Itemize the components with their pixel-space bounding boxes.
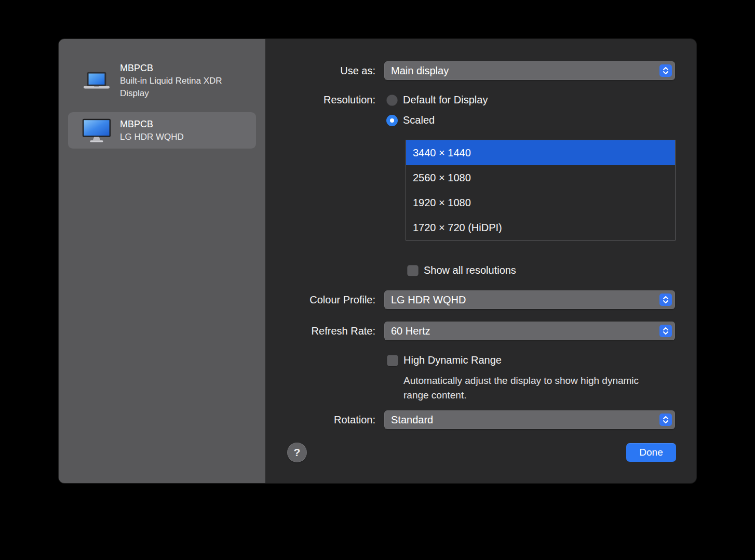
resolution-radio-group: Default for Display Scaled	[386, 94, 488, 126]
rotation-select[interactable]: Standard	[384, 410, 675, 429]
colour-profile-select[interactable]: LG HDR WQHD	[384, 290, 675, 309]
use-as-label: Use as:	[265, 65, 375, 77]
resolution-option-1920x1080[interactable]: 1920 × 1080	[406, 190, 675, 215]
sidebar-item-text: MBPCB LG HDR WQHD	[120, 118, 184, 143]
resolution-option-1720x720[interactable]: 1720 × 720 (HiDPI)	[406, 215, 675, 240]
resolution-label: Resolution:	[265, 94, 375, 105]
stepper-icon	[659, 325, 672, 337]
stepper-icon	[659, 294, 672, 306]
radio-off-icon	[386, 95, 398, 106]
display-settings-panel: Use as: Main display Resolution:	[265, 39, 696, 483]
hdr-description: Automatically adjust the display to show…	[403, 374, 663, 403]
done-button[interactable]: Done	[626, 443, 676, 462]
show-all-resolutions-checkbox[interactable]: Show all resolutions	[407, 264, 516, 276]
display-subtitle: LG HDR WQHD	[120, 131, 184, 143]
sidebar-item-builtin-display[interactable]: MBPCB Built-in Liquid Retina XDR Display	[68, 57, 256, 105]
checkbox-unchecked-icon	[387, 355, 398, 366]
resolution-option-2560x1080[interactable]: 2560 × 1080	[406, 165, 675, 190]
radio-scaled[interactable]: Scaled	[386, 114, 488, 126]
display-name: MBPCB	[120, 118, 184, 131]
laptop-icon	[80, 71, 113, 91]
help-button[interactable]: ?	[287, 443, 307, 462]
display-subtitle: Built-in Liquid Retina XDR Display	[120, 75, 232, 100]
use-as-select[interactable]: Main display	[384, 61, 675, 80]
colour-profile-value: LG HDR WQHD	[391, 294, 466, 306]
high-dynamic-range-checkbox[interactable]: High Dynamic Range	[387, 354, 502, 366]
refresh-rate-label: Refresh Rate:	[265, 325, 375, 337]
dialog-footer: ? Done	[265, 443, 696, 462]
stepper-icon	[659, 64, 672, 77]
radio-default-for-display[interactable]: Default for Display	[386, 94, 488, 106]
display-list-sidebar: MBPCB Built-in Liquid Retina XDR Display	[59, 39, 265, 483]
rotation-label: Rotation:	[265, 414, 375, 426]
resolution-list: 3440 × 1440 2560 × 1080 1920 × 1080 1720…	[406, 140, 676, 241]
display-settings-dialog: MBPCB Built-in Liquid Retina XDR Display	[59, 39, 696, 483]
refresh-rate-value: 60 Hertz	[391, 325, 430, 337]
radio-on-icon	[386, 115, 398, 126]
resolution-option-3440x1440[interactable]: 3440 × 1440	[406, 140, 675, 165]
colour-profile-label: Colour Profile:	[265, 294, 375, 306]
use-as-value: Main display	[391, 65, 449, 77]
rotation-value: Standard	[391, 414, 433, 426]
checkbox-unchecked-icon	[407, 265, 419, 276]
monitor-icon	[80, 117, 113, 143]
display-name: MBPCB	[120, 62, 232, 75]
stepper-icon	[659, 414, 672, 426]
sidebar-item-text: MBPCB Built-in Liquid Retina XDR Display	[120, 62, 232, 100]
refresh-rate-select[interactable]: 60 Hertz	[384, 322, 675, 340]
sidebar-item-external-display[interactable]: MBPCB LG HDR WQHD	[68, 112, 256, 149]
